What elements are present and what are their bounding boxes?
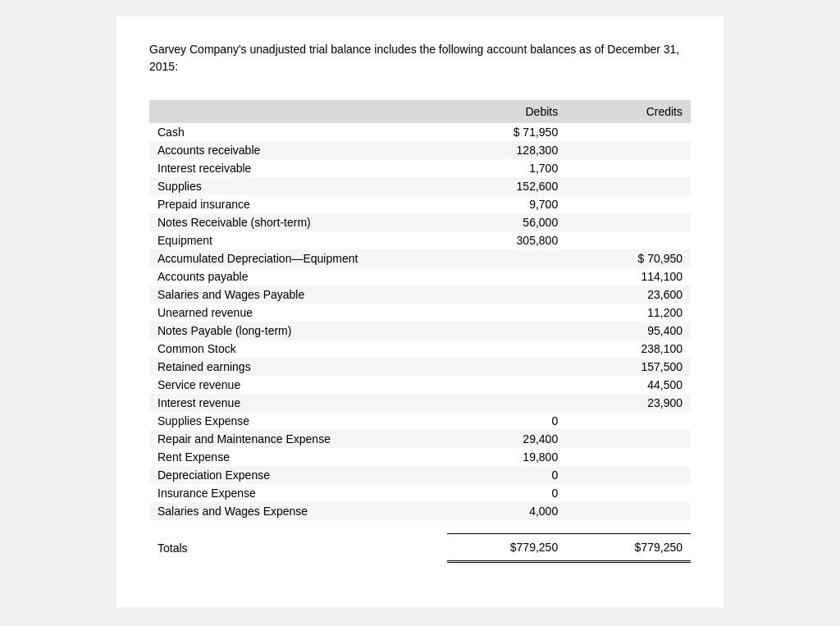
header-account (149, 100, 447, 123)
account-name: Rent Expense (149, 448, 447, 466)
account-name: Notes Receivable (short-term) (149, 213, 447, 231)
account-name: Repair and Maintenance Expense (149, 430, 447, 448)
trial-balance-table: Debits Credits Cash$ 71,950Accounts rece… (149, 100, 691, 563)
table-row: Salaries and Wages Payable23,600 (149, 286, 691, 304)
table-row: Cash$ 71,950 (149, 123, 691, 141)
account-name: Interest receivable (149, 159, 447, 177)
debit-value: 19,800 (447, 448, 566, 466)
debit-value: 4,000 (447, 502, 566, 520)
debit-value: 305,800 (447, 231, 566, 249)
account-name: Service revenue (149, 376, 447, 394)
debit-value (447, 322, 566, 340)
account-name: Accounts payable (149, 267, 447, 286)
credit-value: 23,900 (566, 394, 691, 412)
table-row: Rent Expense19,800 (149, 448, 691, 466)
table-row: Supplies Expense0 (149, 412, 691, 430)
account-name: Interest revenue (149, 394, 447, 412)
credit-value (566, 177, 691, 195)
debit-value (447, 340, 566, 358)
credit-value (566, 484, 691, 502)
credit-value: $ 70,950 (566, 249, 691, 267)
table-row: Retained earnings157,500 (149, 358, 691, 376)
credit-value (566, 448, 691, 466)
table-row: Supplies152,600 (149, 177, 691, 195)
account-name: Accounts receivable (149, 141, 447, 159)
debit-value: 56,000 (447, 213, 566, 231)
debit-value: $ 71,950 (447, 123, 566, 141)
table-row: Repair and Maintenance Expense29,400 (149, 430, 691, 448)
credit-value (566, 159, 691, 177)
debit-value: 0 (447, 484, 566, 502)
debit-value (447, 286, 566, 304)
credit-value (566, 231, 691, 249)
header-debits: Debits (447, 100, 566, 123)
table-row: Notes Receivable (short-term)56,000 (149, 213, 691, 231)
account-name: Prepaid insurance (149, 195, 447, 213)
debit-value: 0 (447, 466, 566, 484)
totals-row: Totals $779,250 $779,250 (149, 534, 691, 562)
debit-value: 152,600 (447, 177, 566, 195)
table-row: Insurance Expense0 (149, 484, 691, 502)
debit-value (447, 249, 566, 267)
debit-value: 9,700 (447, 195, 566, 213)
account-name: Equipment (149, 231, 447, 249)
debit-value (447, 376, 566, 394)
account-name: Cash (149, 123, 447, 141)
account-name: Common Stock (149, 340, 447, 358)
totals-label: Totals (149, 534, 447, 562)
credit-value: 23,600 (566, 286, 691, 304)
debit-value (447, 267, 566, 286)
totals-debit: $779,250 (447, 534, 566, 562)
credit-value (566, 430, 691, 448)
credit-value (566, 123, 691, 141)
credit-value: 114,100 (566, 267, 691, 286)
table-row: Accounts payable114,100 (149, 267, 691, 286)
credit-value (566, 141, 691, 159)
table-row: Notes Payable (long-term)95,400 (149, 322, 691, 340)
credit-value (566, 195, 691, 213)
header-credits: Credits (566, 100, 691, 123)
debit-value (447, 304, 566, 322)
debit-value: 0 (447, 412, 566, 430)
credit-value: 11,200 (566, 304, 691, 322)
account-name: Unearned revenue (149, 304, 447, 322)
table-row: Accounts receivable128,300 (149, 141, 691, 159)
account-name: Notes Payable (long-term) (149, 322, 447, 340)
debit-value: 128,300 (447, 141, 566, 159)
debit-value (447, 358, 566, 376)
account-name: Depreciation Expense (149, 466, 447, 484)
credit-value: 95,400 (566, 322, 691, 340)
table-row: Service revenue44,500 (149, 376, 691, 394)
debit-value: 29,400 (447, 430, 566, 448)
table-row: Accumulated Depreciation—Equipment$ 70,9… (149, 249, 691, 267)
account-name: Accumulated Depreciation—Equipment (149, 249, 447, 267)
page-container: Garvey Company's unadjusted trial balanc… (116, 16, 724, 607)
table-row: Interest receivable1,700 (149, 159, 691, 177)
credit-value (566, 502, 691, 520)
account-name: Insurance Expense (149, 484, 447, 502)
debit-value (447, 394, 566, 412)
account-name: Retained earnings (149, 358, 447, 376)
table-row: Prepaid insurance9,700 (149, 195, 691, 213)
table-row: Depreciation Expense0 (149, 466, 691, 484)
table-row: Common Stock238,100 (149, 340, 691, 358)
debit-value: 1,700 (447, 159, 566, 177)
credit-value: 238,100 (566, 340, 691, 358)
account-name: Supplies (149, 177, 447, 195)
credit-value (566, 412, 691, 430)
table-row: Equipment305,800 (149, 231, 691, 249)
totals-credit: $779,250 (566, 534, 691, 562)
credit-value (566, 213, 691, 231)
account-name: Salaries and Wages Expense (149, 502, 447, 520)
credit-value: 157,500 (566, 358, 691, 376)
table-row: Interest revenue23,900 (149, 394, 691, 412)
intro-paragraph: Garvey Company's unadjusted trial balanc… (149, 41, 691, 75)
account-name: Supplies Expense (149, 412, 447, 430)
account-name: Salaries and Wages Payable (149, 286, 447, 304)
table-row: Unearned revenue11,200 (149, 304, 691, 322)
table-row: Salaries and Wages Expense4,000 (149, 502, 691, 520)
credit-value: 44,500 (566, 376, 691, 394)
credit-value (566, 466, 691, 484)
